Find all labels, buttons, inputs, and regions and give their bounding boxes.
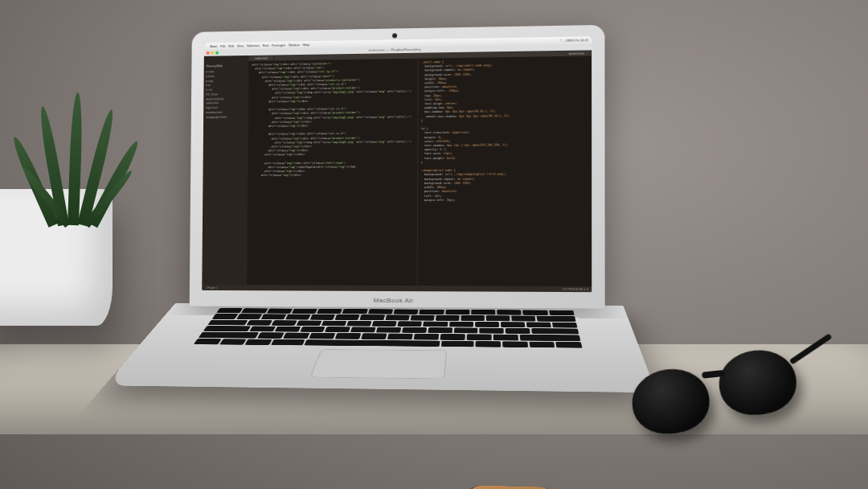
tab-screen-scss[interactable]: screen.scss	[562, 50, 592, 56]
zoom-icon[interactable]	[215, 51, 219, 54]
sidebar-item[interactable]: shoppinglist.html	[206, 115, 246, 120]
screen: Atom File Edit View Selection Find Packa…	[202, 36, 592, 292]
file-tree[interactable]: GroceryWeb ▸ sass ▸ fonts ▸ img ▸ js ▸ c…	[202, 61, 248, 285]
menubar-item[interactable]: Edit	[228, 44, 234, 48]
menubar-status: ♡ ⏚ 100% Fri 14:22	[559, 38, 588, 43]
menubar-item[interactable]: Window	[289, 43, 300, 47]
project-root[interactable]: GroceryWeb	[207, 64, 247, 69]
keyboard[interactable]	[194, 308, 583, 347]
trackpad[interactable]	[309, 349, 447, 379]
traffic-lights[interactable]	[207, 51, 219, 54]
menubar-item[interactable]: Packages	[272, 43, 285, 47]
status-right[interactable]: LF UTF-8 SCSS ⚙ 0	[563, 287, 588, 290]
menubar-item[interactable]: File	[220, 44, 225, 48]
minimize-icon[interactable]	[211, 51, 214, 54]
menubar-item[interactable]: Selection	[247, 43, 260, 47]
plant-pot	[0, 189, 113, 326]
menubar-item[interactable]: View	[237, 43, 244, 47]
window-title: screen.scss — ~/Dropbox/Grocery/img	[369, 48, 421, 52]
menubar-item[interactable]: Find	[263, 43, 269, 47]
laptop: Atom File Edit View Selection Find Packa…	[174, 24, 624, 450]
code-pane-html[interactable]: attr">class="tag"><div attr">class="cont…	[247, 59, 417, 286]
laptop-deck	[104, 303, 657, 393]
menubar-item[interactable]: Atom	[211, 44, 218, 48]
menubar-item[interactable]: Help	[303, 43, 309, 47]
sunglasses	[627, 336, 821, 451]
laptop-lid: Atom File Edit View Selection Find Packa…	[190, 25, 605, 309]
editor-statusbar: ⌂ Project 1 LF UTF-8 SCSS ⚙ 0	[202, 285, 592, 292]
webcam-icon	[392, 33, 397, 38]
close-icon[interactable]	[207, 51, 210, 54]
code-pane-scss[interactable]: .shelf-name { background: url(../img/she…	[416, 55, 592, 286]
status-left[interactable]: ⌂ Project 1	[205, 286, 218, 290]
editor-area: GroceryWeb ▸ sass ▸ fonts ▸ img ▸ js ▸ c…	[202, 55, 592, 286]
